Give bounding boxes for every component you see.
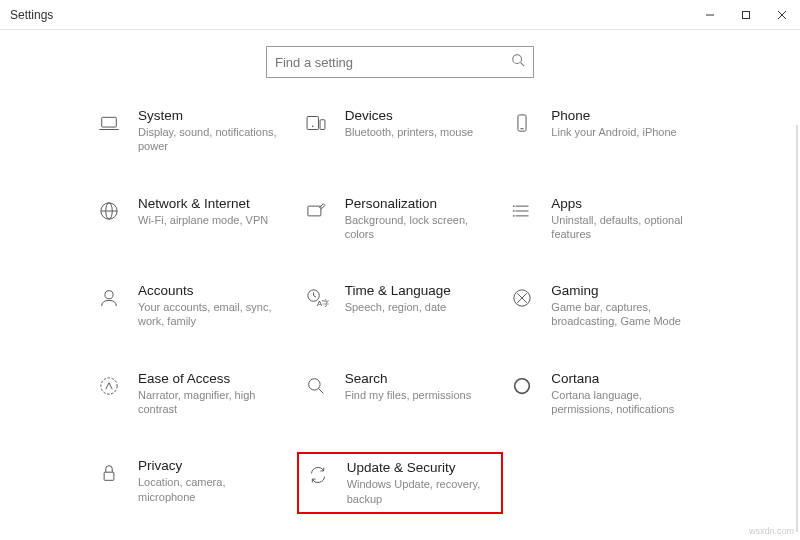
svg-rect-16 [308, 206, 321, 216]
settings-grid: System Display, sound, notifications, po… [0, 102, 800, 514]
svg-point-4 [513, 55, 522, 64]
time-language-icon: A字 [301, 283, 331, 313]
search-input[interactable] [275, 55, 511, 70]
tile-title: Apps [551, 196, 706, 211]
svg-point-20 [514, 205, 515, 206]
tile-cortana[interactable]: Cortana Cortana language, permissions, n… [503, 365, 710, 423]
window-controls [692, 0, 800, 30]
svg-text:A字: A字 [316, 299, 328, 308]
sync-icon [303, 460, 333, 490]
tile-desc: Bluetooth, printers, mouse [345, 125, 485, 139]
xbox-icon [507, 283, 537, 313]
tile-system[interactable]: System Display, sound, notifications, po… [90, 102, 297, 160]
ease-of-access-icon [94, 371, 124, 401]
tile-title: Phone [551, 108, 706, 123]
devices-icon [301, 108, 331, 138]
globe-icon [94, 196, 124, 226]
tile-title: Cortana [551, 371, 706, 386]
svg-line-5 [521, 63, 525, 67]
tile-desc: Wi-Fi, airplane mode, VPN [138, 213, 278, 227]
tile-accounts[interactable]: Accounts Your accounts, email, sync, wor… [90, 277, 297, 335]
tile-desc: Narrator, magnifier, high contrast [138, 388, 278, 417]
tile-title: Accounts [138, 283, 293, 298]
minimize-button[interactable] [692, 0, 728, 30]
tile-title: Update & Security [347, 460, 498, 475]
svg-point-32 [515, 378, 530, 393]
search-box[interactable] [266, 46, 534, 78]
tile-time-language[interactable]: A字 Time & Language Speech, region, date [297, 277, 504, 335]
paint-icon [301, 196, 331, 226]
tile-desc: Cortana language, permissions, notificat… [551, 388, 691, 417]
svg-line-26 [313, 296, 315, 298]
cortana-icon [507, 371, 537, 401]
svg-rect-1 [743, 12, 750, 19]
search-container [0, 46, 800, 78]
tile-update-security[interactable]: Update & Security Windows Update, recove… [297, 452, 504, 514]
svg-point-29 [101, 378, 117, 394]
lock-icon [94, 458, 124, 488]
svg-rect-33 [104, 473, 114, 481]
tile-search[interactable]: Search Find my files, permissions [297, 365, 504, 423]
titlebar: Settings [0, 0, 800, 30]
tile-desc: Location, camera, microphone [138, 475, 278, 504]
tile-title: Network & Internet [138, 196, 293, 211]
close-button[interactable] [764, 0, 800, 30]
maximize-icon [741, 10, 751, 20]
tile-desc: Find my files, permissions [345, 388, 485, 402]
watermark: wsxdn.com [749, 526, 794, 536]
laptop-icon [94, 108, 124, 138]
svg-point-10 [312, 126, 313, 127]
svg-line-31 [318, 388, 323, 393]
tile-title: Gaming [551, 283, 706, 298]
tile-desc: Background, lock screen, colors [345, 213, 485, 242]
svg-rect-8 [307, 117, 318, 130]
tile-desc: Speech, region, date [345, 300, 485, 314]
tile-desc: Uninstall, defaults, optional features [551, 213, 691, 242]
tile-desc: Link your Android, iPhone [551, 125, 691, 139]
person-icon [94, 283, 124, 313]
tile-title: Time & Language [345, 283, 500, 298]
tile-ease-of-access[interactable]: Ease of Access Narrator, magnifier, high… [90, 365, 297, 423]
tile-privacy[interactable]: Privacy Location, camera, microphone [90, 452, 297, 514]
scrollbar[interactable] [796, 125, 798, 532]
tile-desc: Windows Update, recovery, backup [347, 477, 487, 506]
tile-network[interactable]: Network & Internet Wi-Fi, airplane mode,… [90, 190, 297, 248]
tile-title: System [138, 108, 293, 123]
search-icon [511, 53, 525, 71]
maximize-button[interactable] [728, 0, 764, 30]
svg-rect-6 [102, 117, 117, 127]
tile-phone[interactable]: Phone Link your Android, iPhone [503, 102, 710, 160]
tile-devices[interactable]: Devices Bluetooth, printers, mouse [297, 102, 504, 160]
tile-title: Devices [345, 108, 500, 123]
tile-desc: Display, sound, notifications, power [138, 125, 278, 154]
svg-point-30 [308, 378, 319, 389]
close-icon [777, 10, 787, 20]
tile-title: Search [345, 371, 500, 386]
tile-apps[interactable]: Apps Uninstall, defaults, optional featu… [503, 190, 710, 248]
tile-gaming[interactable]: Gaming Game bar, captures, broadcasting,… [503, 277, 710, 335]
tile-desc: Game bar, captures, broadcasting, Game M… [551, 300, 691, 329]
svg-rect-9 [320, 120, 325, 130]
magnifier-icon [301, 371, 331, 401]
tile-desc: Your accounts, email, sync, work, family [138, 300, 278, 329]
minimize-icon [705, 10, 715, 20]
tile-title: Ease of Access [138, 371, 293, 386]
svg-point-21 [514, 210, 515, 211]
svg-point-23 [105, 291, 113, 299]
tile-personalization[interactable]: Personalization Background, lock screen,… [297, 190, 504, 248]
tile-title: Personalization [345, 196, 500, 211]
apps-icon [507, 196, 537, 226]
window-title: Settings [10, 8, 53, 22]
phone-icon [507, 108, 537, 138]
svg-point-22 [514, 215, 515, 216]
tile-title: Privacy [138, 458, 293, 473]
